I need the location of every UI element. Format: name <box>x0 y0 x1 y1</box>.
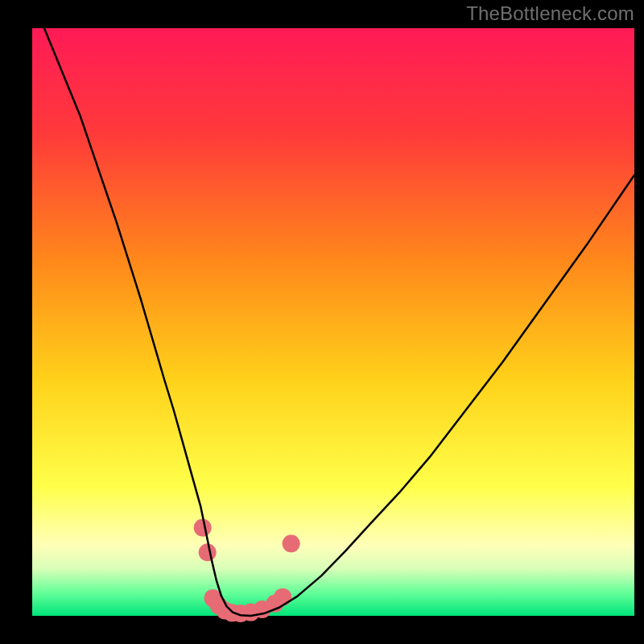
marker-dot <box>274 588 291 606</box>
chart-stage: TheBottleneck.com <box>0 0 644 644</box>
marker-dot <box>199 543 217 561</box>
chart-svg <box>0 0 644 644</box>
marker-dot <box>194 519 212 537</box>
plot-background <box>32 28 634 616</box>
marker-dot <box>283 535 300 552</box>
watermark-text: TheBottleneck.com <box>466 2 634 25</box>
